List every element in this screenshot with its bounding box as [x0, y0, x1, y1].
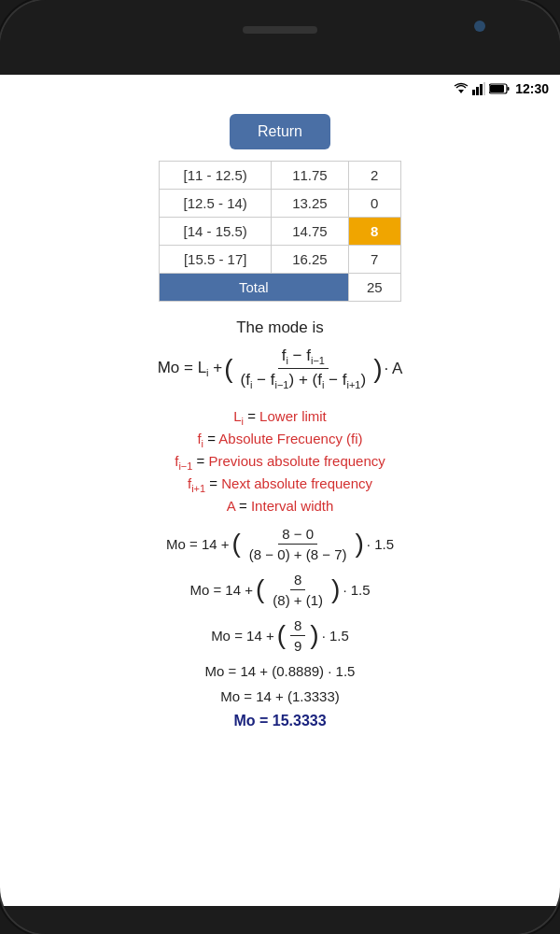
- calc-step-3: Mo = 14 + ( 8 9 ) · 1.5: [211, 617, 349, 654]
- table-cell-freq: 0: [348, 190, 400, 218]
- legend-desc-li: Lower limit: [259, 408, 327, 424]
- calc-text-3a: Mo = 14 +: [211, 628, 274, 644]
- calc-den-1: (8 − 0) + (8 − 7): [245, 545, 351, 562]
- table-cell-midpoint: 16.25: [272, 246, 348, 274]
- table-row: [15.5 - 17] 16.25 7: [160, 246, 401, 274]
- calc-text-3b: · 1.5: [322, 628, 349, 644]
- calc-num-2: 8: [290, 572, 305, 590]
- legend-desc-fi-1: Previous absolute frequency: [209, 453, 385, 469]
- legend-item-fi-1: fi−1 = Previous absolute frequency: [19, 453, 541, 472]
- paren-close-3: ): [310, 622, 318, 648]
- table-total-label: Total: [160, 274, 349, 302]
- table-cell-freq: 2: [348, 162, 400, 190]
- calc-num-1: 8 − 0: [278, 526, 317, 545]
- paren-open-1: (: [232, 531, 241, 557]
- return-button[interactable]: Return: [230, 114, 330, 149]
- calc-den-3: 9: [290, 636, 305, 654]
- table-row: [11 - 12.5) 11.75 2: [160, 162, 401, 190]
- calc-text-4: Mo = 14 + (0.8889) · 1.5: [205, 663, 356, 679]
- calc-result: Mo = 15.3333: [233, 713, 326, 729]
- svg-rect-7: [490, 85, 504, 92]
- paren-open: (: [224, 356, 232, 382]
- legend-var-fi: fi: [197, 431, 203, 446]
- paren-open-2: (: [256, 576, 264, 602]
- calc-fraction-2: 8 (8) + (1): [269, 572, 327, 608]
- table-total-row: Total 25: [160, 274, 401, 302]
- fraction-denominator: (fi − fi−1) + (fi − fi+1): [237, 369, 371, 390]
- signal-icon: [472, 82, 485, 95]
- legend-desc-a: Interval width: [251, 498, 333, 514]
- paren-open-3: (: [277, 622, 286, 648]
- legend-sep: =: [247, 408, 259, 424]
- svg-rect-4: [483, 82, 485, 95]
- table-row: [12.5 - 14) 13.25 0: [160, 190, 401, 218]
- calc-fraction-1: 8 − 0 (8 − 0) + (8 − 7): [245, 526, 351, 562]
- phone-frame: 12:30 Return [11 - 12.5) 11.75 2 [12.5 -…: [0, 0, 560, 934]
- legend-section: Li = Lower limit fi = Absolute Frecuency…: [0, 404, 560, 517]
- svg-rect-3: [480, 84, 483, 95]
- table-cell-midpoint: 11.75: [272, 162, 348, 190]
- paren-close-1: ): [356, 531, 364, 557]
- svg-rect-6: [508, 87, 510, 91]
- legend-sep: =: [197, 453, 209, 469]
- calc-num-3: 8: [290, 617, 305, 636]
- legend-item-fi1: fi+1 = Next absolute frequency: [19, 475, 541, 494]
- calc-fraction-3: 8 9: [290, 617, 305, 654]
- paren-close: ): [373, 356, 382, 382]
- screen-content[interactable]: Return [11 - 12.5) 11.75 2 [12.5 - 14) 1…: [0, 103, 560, 906]
- legend-sep: =: [207, 431, 218, 446]
- speaker: [243, 26, 317, 34]
- calc-text-1b: · 1.5: [367, 536, 394, 552]
- status-bar: 12:30: [0, 75, 560, 103]
- frequency-table: [11 - 12.5) 11.75 2 [12.5 - 14) 13.25 0 …: [159, 161, 401, 302]
- result-text: Mo = 15.3333: [233, 713, 326, 729]
- legend-var-fi1: fi+1: [188, 475, 205, 491]
- calc-text-2a: Mo = 14 +: [189, 582, 253, 598]
- table-cell-midpoint: 13.25: [272, 190, 348, 218]
- legend-sep: =: [239, 498, 251, 514]
- table-cell-interval: [11 - 12.5): [160, 162, 272, 190]
- calc-step-1: Mo = 14 + ( 8 − 0 (8 − 0) + (8 − 7) ) · …: [166, 526, 394, 562]
- phone-top-bar: [0, 0, 560, 75]
- legend-desc-fi1: Next absolute frequency: [221, 475, 372, 491]
- calc-text-5: Mo = 14 + (1.3333): [220, 688, 340, 704]
- legend-item-fi: fi = Absolute Frecuency (fi): [19, 431, 541, 449]
- table-cell-freq: 7: [348, 246, 400, 274]
- formula-fraction: fi − fi−1 (fi − fi−1) + (fi − fi+1): [237, 347, 371, 391]
- formula-main: Mo = Li + ( fi − fi−1 (fi − fi−1) + (fi …: [158, 347, 403, 391]
- battery-icon: [489, 83, 510, 94]
- table-cell-interval: [12.5 - 14): [160, 190, 272, 218]
- legend-desc-fi: Absolute Frecuency (fi): [218, 431, 362, 446]
- formula-text: Mo = Li +: [158, 359, 223, 378]
- legend-item-a: A = Interval width: [19, 498, 541, 514]
- calc-text-1a: Mo = 14 +: [166, 536, 230, 552]
- calc-den-2: (8) + (1): [269, 590, 327, 608]
- calc-step-2: Mo = 14 + ( 8 (8) + (1) ) · 1.5: [189, 572, 370, 608]
- calc-step-5: Mo = 14 + (1.3333): [220, 688, 340, 704]
- camera: [474, 21, 485, 32]
- fraction-numerator: fi − fi−1: [278, 347, 329, 369]
- mode-title: The mode is: [236, 318, 324, 337]
- table-cell-freq-highlighted: 8: [348, 218, 400, 246]
- legend-var-li: Li: [233, 408, 244, 424]
- calc-text-2b: · 1.5: [343, 582, 370, 598]
- phone-bottom-bar: [0, 906, 560, 934]
- table-cell-interval: [15.5 - 17]: [160, 246, 272, 274]
- table-total-value: 25: [348, 274, 400, 302]
- table-cell-midpoint: 14.75: [272, 218, 348, 246]
- paren-close-2: ): [331, 576, 340, 602]
- wifi-icon: [454, 82, 469, 95]
- legend-sep: =: [209, 475, 221, 491]
- legend-var-fi-1: fi−1: [175, 453, 192, 469]
- status-icons: [454, 82, 510, 95]
- legend-item-li: Li = Lower limit: [19, 408, 541, 427]
- svg-rect-1: [472, 90, 475, 95]
- legend-var-a: A: [227, 498, 235, 514]
- table-cell-interval: [14 - 15.5): [160, 218, 272, 246]
- table-row-highlighted: [14 - 15.5) 14.75 8: [160, 218, 401, 246]
- formula-dot-a: · A: [384, 360, 402, 378]
- status-time: 12:30: [515, 81, 549, 96]
- svg-rect-2: [476, 87, 479, 95]
- calc-step-4: Mo = 14 + (0.8889) · 1.5: [205, 663, 356, 679]
- svg-marker-0: [458, 90, 464, 93]
